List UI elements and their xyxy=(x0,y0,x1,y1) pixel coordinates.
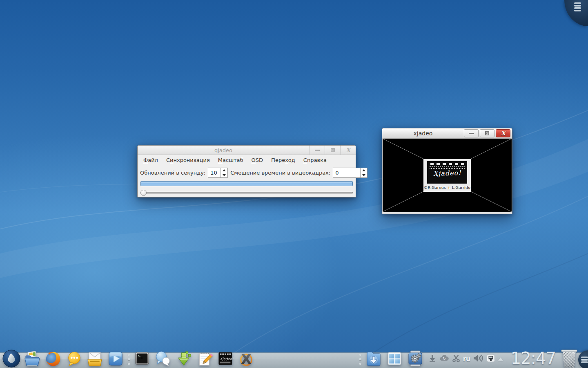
downloads-folder-icon xyxy=(365,350,383,368)
xjadeo-filmstrip-logo: Xjadeo! xyxy=(427,161,467,184)
media-player-launcher[interactable] xyxy=(107,350,125,368)
qjadeo-taskbar-icon[interactable]: X xyxy=(237,350,255,368)
mail-launcher[interactable] xyxy=(86,350,104,368)
launcher-drop-icon xyxy=(2,350,20,368)
qjadeo-close-button[interactable]: X xyxy=(340,146,356,155)
firefox-icon xyxy=(45,350,62,367)
offset-spinbox xyxy=(333,168,368,178)
offset-label: Смещение времени в видеокадрах: xyxy=(230,170,330,176)
qjadeo-progressbar xyxy=(140,181,353,186)
svg-text:Xjadeo!: Xjadeo! xyxy=(220,357,234,361)
folder-icon xyxy=(23,350,41,368)
panel-toolbox-icon xyxy=(581,357,588,363)
maximize-icon xyxy=(331,148,335,152)
fps-spinbox xyxy=(208,168,228,178)
slider-groove xyxy=(140,192,353,194)
xjadeo-taskbar-icon[interactable]: Xjadeo! xyxy=(216,350,234,368)
chat-launcher[interactable] xyxy=(65,350,83,368)
tray-download-icon[interactable] xyxy=(428,354,437,364)
fps-spin-up-button[interactable] xyxy=(221,168,227,173)
minimize-icon xyxy=(315,150,320,151)
messaging-launcher[interactable] xyxy=(154,350,172,368)
terminal-icon: >_ xyxy=(134,350,151,367)
spin-up-icon xyxy=(362,169,365,171)
xjadeo-titlebar[interactable]: xjadeo X xyxy=(382,128,512,139)
menu-item-seek[interactable]: Переход xyxy=(267,156,299,164)
desktop: qjadeo X Файл Синхронизация Масштаб OSD … xyxy=(0,0,588,368)
offset-spin-buttons xyxy=(360,168,367,177)
tray-cloud-sync-icon[interactable]: ↻ xyxy=(439,354,449,364)
xjadeo-minimize-button[interactable] xyxy=(464,129,479,137)
xjadeo-window: xjadeo X Xjadeo! ©R.Gare xyxy=(382,128,512,214)
fps-input[interactable] xyxy=(208,168,220,177)
xjadeo-close-button[interactable]: X xyxy=(496,129,510,137)
tray-expander-button[interactable] xyxy=(498,357,503,361)
download-blocks-icon xyxy=(175,350,192,367)
gears-icon xyxy=(406,350,424,368)
fps-spin-down-button[interactable] xyxy=(221,173,227,178)
xjadeo-maximize-button[interactable] xyxy=(480,129,494,137)
qjadeo-window-buttons: X xyxy=(309,146,356,155)
downloads-folder-widget[interactable] xyxy=(365,350,383,368)
volume-icon[interactable] xyxy=(473,354,483,364)
panel-separator xyxy=(128,354,130,365)
mail-icon xyxy=(86,350,104,368)
clipboard-scissors-icon[interactable] xyxy=(452,354,461,364)
spin-down-icon xyxy=(223,174,226,176)
close-icon: X xyxy=(501,130,506,137)
xjadeo-window-title: xjadeo xyxy=(382,130,464,137)
xjadeo-icon: Xjadeo! xyxy=(217,350,234,367)
qjadeo-titlebar[interactable]: qjadeo X xyxy=(138,146,356,155)
film-scribble xyxy=(430,166,465,167)
toolbox-icon xyxy=(574,2,581,11)
offset-input[interactable] xyxy=(333,168,360,177)
xjadeo-credits: ©R.Gareus + L.Garrido xyxy=(424,185,470,190)
play-icon xyxy=(107,350,124,367)
package-manager-launcher[interactable] xyxy=(175,350,193,368)
panel-toolbox-button[interactable] xyxy=(578,350,588,368)
notepad-pencil-icon xyxy=(196,350,213,367)
menu-item-file[interactable]: Файл xyxy=(139,156,162,164)
clock[interactable]: 12:47 xyxy=(511,350,556,366)
system-settings-tray-icon[interactable] xyxy=(406,350,424,368)
device-notifier-icon[interactable] xyxy=(486,353,496,365)
pager-widget[interactable] xyxy=(385,350,403,368)
qjadeo-minimize-button[interactable] xyxy=(309,146,325,155)
fps-spin-buttons xyxy=(220,168,227,177)
svg-text:>_: >_ xyxy=(138,354,143,358)
spin-down-icon xyxy=(362,174,365,176)
firefox-launcher[interactable] xyxy=(44,350,62,368)
offset-spin-up-button[interactable] xyxy=(361,168,367,173)
offset-spin-down-button[interactable] xyxy=(361,173,367,178)
svg-text:↻: ↻ xyxy=(443,357,446,361)
file-manager-launcher[interactable] xyxy=(23,350,41,368)
panel-separator xyxy=(359,354,361,365)
terminal-launcher[interactable]: >_ xyxy=(133,350,151,368)
spin-up-icon xyxy=(223,169,226,171)
app-launcher-button[interactable] xyxy=(2,350,20,368)
taskbar-panel: >_ xyxy=(0,352,588,368)
notes-launcher[interactable] xyxy=(196,350,214,368)
xjadeo-splash-card: Xjadeo! ©R.Gareus + L.Garrido xyxy=(423,159,471,192)
menu-item-scale[interactable]: Масштаб xyxy=(214,156,247,164)
xjadeo-window-buttons: X xyxy=(464,129,510,137)
chat-bubble-icon xyxy=(65,350,82,367)
xjadeo-video-area: Xjadeo! ©R.Gareus + L.Garrido xyxy=(383,139,512,212)
menu-item-help[interactable]: Справка xyxy=(299,156,331,164)
speech-bubbles-icon xyxy=(154,350,172,367)
qjadeo-menubar: Файл Синхронизация Масштаб OSD Переход С… xyxy=(138,155,356,165)
menu-item-sync[interactable]: Синхронизация xyxy=(162,156,214,164)
svg-text:X: X xyxy=(241,351,252,367)
qjadeo-slider-handle[interactable] xyxy=(140,190,147,196)
qjadeo-window: qjadeo X Файл Синхронизация Масштаб OSD … xyxy=(137,145,356,197)
keyboard-layout-indicator[interactable]: ru xyxy=(463,355,470,363)
qjadeo-seek-slider[interactable] xyxy=(140,189,353,197)
qjadeo-maximize-button[interactable] xyxy=(325,146,340,155)
window-pager-icon xyxy=(386,350,403,367)
trash-icon[interactable] xyxy=(561,350,577,368)
qjadeo-progress-fill xyxy=(141,182,352,186)
maximize-icon xyxy=(485,131,489,135)
x11-icon: X xyxy=(238,350,255,367)
minimize-icon xyxy=(469,133,474,134)
menu-item-osd[interactable]: OSD xyxy=(247,156,267,164)
